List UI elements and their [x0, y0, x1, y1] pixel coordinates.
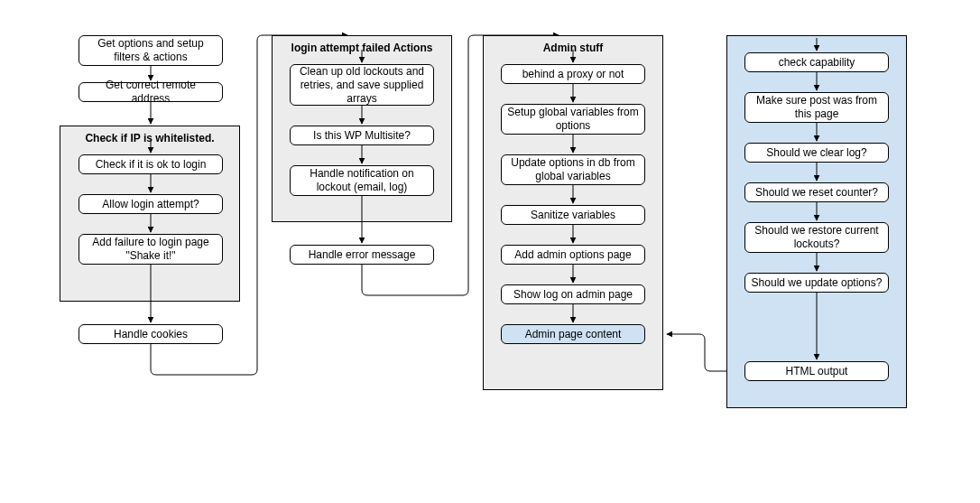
group-login-failed-title: login attempt failed Actions — [273, 42, 451, 54]
node-post-from-page: Make sure post was from this page — [744, 92, 889, 123]
node-html-output: HTML output — [744, 361, 889, 381]
node-admin-page-content: Admin page content — [501, 324, 645, 344]
node-check-ok-login: Check if it is ok to login — [79, 154, 223, 174]
node-handle-error: Handle error message — [290, 245, 434, 265]
node-remote-address: Get correct remote address — [79, 82, 223, 102]
node-show-log: Show log on admin page — [501, 284, 645, 304]
node-sanitize: Sanitize variables — [501, 205, 645, 225]
node-update-options: Update options in db from global variabl… — [501, 154, 645, 185]
node-add-admin-page: Add admin options page — [501, 245, 645, 265]
group-whitelist-title: Check if IP is whitelisted. — [60, 132, 239, 144]
node-cleanup-lockouts: Clean up old lockouts and retries, and s… — [290, 64, 434, 106]
node-setup-globals: Setup global variables from options — [501, 104, 645, 135]
node-get-options: Get options and setup filters & actions — [79, 35, 223, 66]
node-handle-notification: Handle notification on lockout (email, l… — [290, 165, 434, 196]
node-reset-counter: Should we reset counter? — [744, 182, 889, 202]
node-allow-login: Allow login attempt? — [79, 194, 223, 214]
node-proxy: behind a proxy or not — [501, 64, 645, 84]
node-handle-cookies: Handle cookies — [79, 324, 223, 344]
node-wp-multisite: Is this WP Multisite? — [290, 126, 434, 145]
group-admin-title: Admin stuff — [484, 42, 662, 54]
node-shake-it: Add failure to login page "Shake it!" — [79, 234, 223, 265]
node-clear-log: Should we clear log? — [744, 143, 889, 163]
node-check-capability: check capability — [744, 52, 889, 72]
node-restore-lockouts: Should we restore current lockouts? — [744, 222, 889, 253]
node-update-opts-q: Should we update options? — [744, 273, 889, 293]
